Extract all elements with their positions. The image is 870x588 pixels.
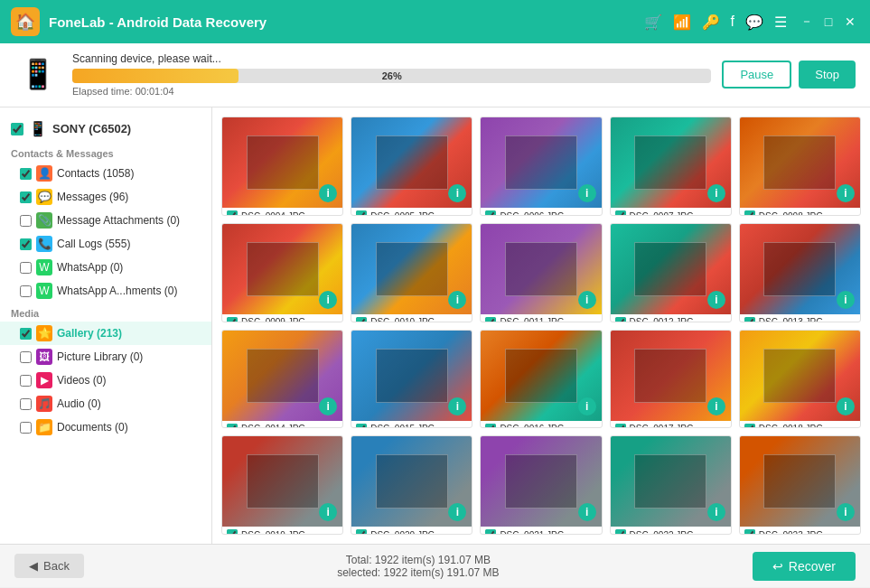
photo-checkbox[interactable] <box>227 424 238 429</box>
sidebar-item-whatsapp[interactable]: W WhatsApp (0) <box>0 256 211 279</box>
photo-checkbox[interactable] <box>485 210 496 216</box>
calllogs-checkbox[interactable] <box>20 238 32 250</box>
maximize-button[interactable]: □ <box>819 13 837 31</box>
photo-name: DSC_0004.JPG <box>241 211 305 216</box>
pause-button[interactable]: Pause <box>722 61 791 89</box>
photo-card[interactable]: iDSC_0019.JPG <box>221 435 343 535</box>
documents-checkbox[interactable] <box>20 422 32 434</box>
info-badge[interactable]: i <box>448 397 466 415</box>
sidebar-item-contacts[interactable]: 👤 Contacts (1058) <box>0 162 211 185</box>
sidebar-item-gallery[interactable]: ⭐ Gallery (213) <box>0 322 211 345</box>
photo-card[interactable]: iDSC_0011.JPG <box>480 223 602 322</box>
photo-checkbox[interactable] <box>356 424 367 429</box>
info-badge[interactable]: i <box>578 397 596 415</box>
photo-card[interactable]: iDSC_0022.JPG <box>610 435 732 535</box>
photo-checkbox[interactable] <box>744 424 755 429</box>
photo-thumbnail: i <box>351 117 472 208</box>
photo-checkbox[interactable] <box>615 317 626 322</box>
stop-button[interactable]: Stop <box>799 61 856 89</box>
info-badge[interactable]: i <box>578 291 596 309</box>
device-checkbox[interactable] <box>11 123 23 135</box>
sidebar-item-msgatt[interactable]: 📎 Message Attachments (0) <box>0 209 211 232</box>
photo-checkbox[interactable] <box>356 210 367 216</box>
photo-card[interactable]: iDSC_0023.JPG <box>739 435 861 535</box>
info-badge[interactable]: i <box>837 397 855 415</box>
photo-card[interactable]: iDSC_0018.JPG <box>739 330 861 429</box>
photo-checkbox[interactable] <box>615 529 626 535</box>
message-icon[interactable]: 💬 <box>745 14 763 31</box>
photo-card[interactable]: iDSC_0012.JPG <box>610 223 732 322</box>
menu-icon[interactable]: ☰ <box>774 14 787 31</box>
photo-checkbox[interactable] <box>356 317 367 322</box>
sidebar-item-calllogs[interactable]: 📞 Call Logs (555) <box>0 232 211 256</box>
gallery-checkbox[interactable] <box>20 328 32 340</box>
audio-checkbox[interactable] <box>20 398 32 410</box>
msgatt-checkbox[interactable] <box>20 215 32 227</box>
scan-status-text: Scanning device, please wait... <box>72 52 711 65</box>
info-badge[interactable]: i <box>578 184 596 202</box>
whatsapp-icon: W <box>36 259 52 275</box>
photo-checkbox[interactable] <box>744 317 755 322</box>
photo-card[interactable]: iDSC_0009.JPG <box>221 223 343 322</box>
back-button[interactable]: ◀ Back <box>14 554 84 578</box>
minimize-button[interactable]: － <box>798 13 816 31</box>
facebook-icon[interactable]: f <box>731 14 734 30</box>
photo-checkbox[interactable] <box>485 529 496 535</box>
info-badge[interactable]: i <box>707 397 725 415</box>
close-button[interactable]: ✕ <box>841 13 859 31</box>
photo-checkbox[interactable] <box>615 210 626 216</box>
contacts-checkbox[interactable] <box>20 168 32 180</box>
photo-checkbox[interactable] <box>356 529 367 535</box>
photo-checkbox[interactable] <box>485 317 496 322</box>
photo-card[interactable]: iDSC_0015.JPG <box>351 330 472 429</box>
photo-checkbox[interactable] <box>227 529 238 535</box>
photo-checkbox[interactable] <box>485 424 496 429</box>
sidebar-item-videos[interactable]: ▶ Videos (0) <box>0 369 211 392</box>
sidebar-item-messages[interactable]: 💬 Messages (96) <box>0 185 211 209</box>
tv-screen <box>247 454 319 509</box>
info-badge[interactable]: i <box>837 291 855 309</box>
sidebar-item-whatsappatt[interactable]: W WhatsApp A...hments (0) <box>0 279 211 303</box>
photo-checkbox[interactable] <box>615 424 626 429</box>
info-badge[interactable]: i <box>319 397 337 415</box>
photo-card[interactable]: iDSC_0016.JPG <box>480 330 602 429</box>
photo-checkbox[interactable] <box>227 317 238 322</box>
info-badge[interactable]: i <box>837 184 855 202</box>
sidebar-item-documents[interactable]: 📁 Documents (0) <box>0 415 211 439</box>
whatsapp-checkbox[interactable] <box>20 262 32 274</box>
photo-card[interactable]: iDSC_0010.JPG <box>351 223 472 322</box>
photo-footer: DSC_0017.JPG <box>611 421 731 429</box>
info-badge[interactable]: i <box>707 291 725 309</box>
cart-icon[interactable]: 🛒 <box>644 14 662 31</box>
photo-footer: DSC_0021.JPG <box>481 527 601 535</box>
photo-checkbox[interactable] <box>744 529 755 535</box>
photo-card[interactable]: iDSC_0017.JPG <box>610 330 732 429</box>
whatsappatt-checkbox[interactable] <box>20 285 32 297</box>
photo-card[interactable]: iDSC_0014.JPG <box>221 330 343 429</box>
info-badge[interactable]: i <box>707 184 725 202</box>
photo-card[interactable]: iDSC_0021.JPG <box>480 435 602 535</box>
title-bar-icons: 🛒 📶 🔑 f 💬 ☰ <box>644 14 787 31</box>
photo-card[interactable]: iDSC_0006.JPG <box>480 117 602 216</box>
info-badge[interactable]: i <box>578 503 596 521</box>
piclibrary-checkbox[interactable] <box>20 351 32 363</box>
info-badge[interactable]: i <box>319 291 337 309</box>
photo-checkbox[interactable] <box>227 210 238 216</box>
sidebar-item-piclibrary[interactable]: 🖼 Picture Library (0) <box>0 345 211 369</box>
photo-card[interactable]: iDSC_0007.JPG <box>610 117 732 216</box>
videos-checkbox[interactable] <box>20 375 32 387</box>
photo-name: DSC_0021.JPG <box>500 530 564 535</box>
messages-checkbox[interactable] <box>20 191 32 203</box>
photo-footer: DSC_0019.JPG <box>222 527 342 535</box>
sidebar-item-audio[interactable]: 🎵 Audio (0) <box>0 392 211 415</box>
photo-card[interactable]: iDSC_0005.JPG <box>351 117 472 216</box>
photo-card[interactable]: iDSC_0020.JPG <box>351 435 472 535</box>
wifi-icon[interactable]: 📶 <box>673 14 691 31</box>
recover-button[interactable]: ↩ Recover <box>753 552 856 581</box>
key-icon[interactable]: 🔑 <box>702 14 720 31</box>
info-badge[interactable]: i <box>707 503 725 521</box>
photo-card[interactable]: iDSC_0008.JPG <box>739 117 861 216</box>
photo-card[interactable]: iDSC_0004.JPG <box>221 117 343 216</box>
photo-checkbox[interactable] <box>744 210 755 216</box>
photo-card[interactable]: iDSC_0013.JPG <box>739 223 861 322</box>
